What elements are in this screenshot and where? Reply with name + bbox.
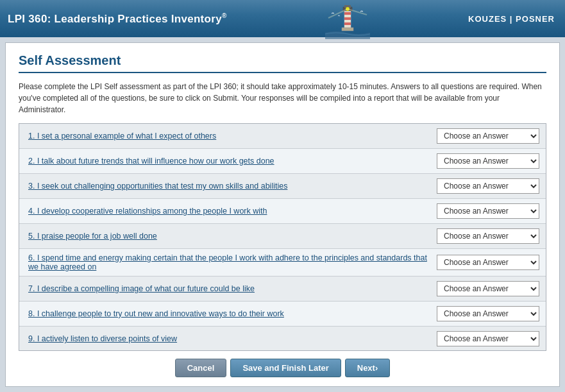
question-text: 2. I talk about future trends that will … bbox=[28, 157, 437, 166]
question-text: 6. I spend time and energy making certai… bbox=[28, 253, 437, 271]
answer-select-9[interactable]: Choose an Answer1 - Almost Never2 - Rare… bbox=[437, 331, 539, 346]
question-text: 7. I describe a compelling image of what… bbox=[28, 284, 437, 293]
table-row: 5. I praise people for a job well doneCh… bbox=[19, 224, 546, 249]
instructions-text: Please complete the LPI Self assessment … bbox=[19, 81, 546, 115]
page-title: Self Assessment bbox=[19, 53, 546, 73]
answer-select-1[interactable]: Choose an Answer1 - Almost Never2 - Rare… bbox=[437, 128, 539, 144]
question-text: 8. I challenge people to try out new and… bbox=[28, 309, 437, 318]
svg-rect-1 bbox=[344, 12, 351, 15]
answer-select-4[interactable]: Choose an Answer1 - Almost Never2 - Rare… bbox=[437, 203, 539, 219]
table-row: 3. I seek out challenging opportunities … bbox=[19, 174, 546, 199]
answer-select-3[interactable]: Choose an Answer1 - Almost Never2 - Rare… bbox=[437, 178, 539, 194]
answer-select-5[interactable]: Choose an Answer1 - Almost Never2 - Rare… bbox=[437, 228, 539, 244]
table-row: 1. I set a personal example of what I ex… bbox=[19, 124, 546, 149]
answer-select-6[interactable]: Choose an Answer1 - Almost Never2 - Rare… bbox=[437, 255, 539, 270]
question-text: 4. I develop cooperative relationships a… bbox=[28, 207, 437, 216]
svg-rect-2 bbox=[344, 17, 351, 20]
table-row: 6. I spend time and energy making certai… bbox=[19, 249, 546, 277]
table-row: 9. I actively listen to diverse points o… bbox=[19, 327, 546, 351]
table-row: 7. I describe a compelling image of what… bbox=[19, 277, 546, 302]
header-logo bbox=[325, 2, 370, 35]
cancel-button[interactable]: Cancel bbox=[175, 359, 227, 377]
app-title: LPI 360: Leadership Practices Inventory® bbox=[8, 12, 227, 26]
next-button[interactable]: Next› bbox=[345, 359, 391, 377]
save-later-button[interactable]: Save and Finish Later bbox=[230, 359, 341, 377]
answer-select-8[interactable]: Choose an Answer1 - Almost Never2 - Rare… bbox=[437, 306, 539, 321]
table-row: 4. I develop cooperative relationships a… bbox=[19, 199, 546, 224]
svg-rect-3 bbox=[344, 22, 351, 25]
author-label: KOUZES | POSNER bbox=[468, 14, 555, 24]
answer-select-2[interactable]: Choose an Answer1 - Almost Never2 - Rare… bbox=[437, 153, 539, 169]
questions-container: 1. I set a personal example of what I ex… bbox=[19, 123, 546, 351]
svg-rect-9 bbox=[342, 28, 353, 31]
question-text: 3. I seek out challenging opportunities … bbox=[28, 182, 437, 191]
app-header: LPI 360: Leadership Practices Inventory® bbox=[0, 0, 565, 37]
question-text: 5. I praise people for a job well done bbox=[28, 232, 437, 241]
question-text: 1. I set a personal example of what I ex… bbox=[28, 132, 437, 141]
table-row: 2. I talk about future trends that will … bbox=[19, 149, 546, 174]
table-row: 8. I challenge people to try out new and… bbox=[19, 302, 546, 327]
footer-buttons: Cancel Save and Finish Later Next› bbox=[19, 351, 546, 377]
question-text: 9. I actively listen to diverse points o… bbox=[28, 334, 437, 343]
main-content: Self Assessment Please complete the LPI … bbox=[5, 42, 560, 387]
answer-select-7[interactable]: Choose an Answer1 - Almost Never2 - Rare… bbox=[437, 281, 539, 296]
